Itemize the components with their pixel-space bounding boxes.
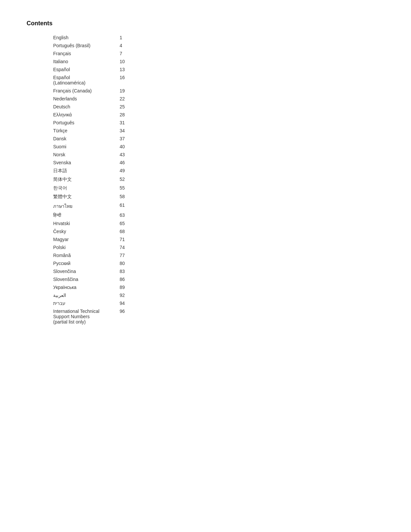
toc-row: Slovenščina86 xyxy=(27,275,206,283)
toc-label: עברית xyxy=(27,301,100,306)
toc-row: Nederlands22 xyxy=(27,95,206,103)
toc-page: 43 xyxy=(100,152,125,157)
toc-row: Español13 xyxy=(27,66,206,73)
toc-page: 71 xyxy=(100,237,125,242)
toc-label: Română xyxy=(27,253,100,258)
toc-page: 92 xyxy=(100,293,125,298)
toc-row: Français7 xyxy=(27,50,206,58)
toc-label: International Technical Support Numbers … xyxy=(27,309,100,325)
toc-label: Nederlands xyxy=(27,96,100,101)
toc-row: Français (Canada)19 xyxy=(27,87,206,95)
toc-row: 简体中文52 xyxy=(27,175,206,184)
toc-page: 22 xyxy=(100,96,125,101)
toc-label: Español (Latinoamérica) xyxy=(27,75,100,85)
toc-page: 52 xyxy=(100,177,125,183)
toc-label: Hrvatski xyxy=(27,221,100,226)
toc-row: International Technical Support Numbers … xyxy=(27,307,206,326)
toc-row: Română77 xyxy=(27,251,206,259)
toc-row: हिन्दी63 xyxy=(27,211,206,219)
toc-label: Česky xyxy=(27,229,100,234)
toc-label: Italiano xyxy=(27,59,100,64)
toc-label: 简体中文 xyxy=(27,177,100,183)
toc-page: 7 xyxy=(100,51,122,56)
toc-label: Suomi xyxy=(27,144,100,149)
toc-label: Français xyxy=(27,51,100,56)
toc-page: 46 xyxy=(100,160,125,165)
toc-page: 80 xyxy=(100,261,125,266)
toc-row: English1 xyxy=(27,34,206,42)
toc-row: 繁體中文58 xyxy=(27,193,206,201)
toc-row: Español (Latinoamérica)16 xyxy=(27,73,206,87)
toc-page: 89 xyxy=(100,285,125,290)
toc-label: Türkçe xyxy=(27,128,100,133)
toc-row: Suomi40 xyxy=(27,143,206,151)
toc-page: 13 xyxy=(100,67,125,72)
toc-row: Ελληνικά28 xyxy=(27,111,206,119)
toc-row: עברית94 xyxy=(27,299,206,307)
toc-label: Svenska xyxy=(27,160,100,165)
toc-label: Français (Canada) xyxy=(27,88,100,93)
toc-row: Magyar71 xyxy=(27,235,206,243)
toc-label: Português xyxy=(27,120,100,125)
toc-row: Hrvatski65 xyxy=(27,219,206,227)
toc-page: 16 xyxy=(100,75,125,85)
toc-label: English xyxy=(27,35,100,40)
toc-page: 83 xyxy=(100,269,125,274)
toc-page: 77 xyxy=(100,253,125,258)
toc-row: Norsk43 xyxy=(27,151,206,159)
toc-label: Polski xyxy=(27,245,100,250)
toc-page: 68 xyxy=(100,229,125,234)
toc-row: 한국어55 xyxy=(27,184,206,193)
toc-page: 10 xyxy=(100,59,125,64)
toc-row: Türkçe34 xyxy=(27,127,206,135)
toc-label: Português (Brasil) xyxy=(27,43,100,48)
toc-row: Italiano10 xyxy=(27,58,206,66)
toc-label: Українська xyxy=(27,285,100,290)
toc-page: 28 xyxy=(100,112,125,117)
toc-page: 61 xyxy=(100,202,125,210)
toc-label: 繁體中文 xyxy=(27,194,100,200)
contents-title: Contents xyxy=(27,20,206,27)
toc-label: Slovenščina xyxy=(27,277,100,282)
toc-label: हिन्दी xyxy=(27,212,100,218)
toc-label: العربية xyxy=(27,293,100,298)
toc-row: العربية92 xyxy=(27,291,206,299)
toc-page: 65 xyxy=(100,221,125,226)
toc-page: 74 xyxy=(100,245,125,250)
toc-row: ภาษาไทย61 xyxy=(27,201,206,211)
toc-label: Deutsch xyxy=(27,104,100,109)
toc-label: Ελληνικά xyxy=(27,112,100,117)
toc-page: 4 xyxy=(100,43,122,48)
toc-page: 58 xyxy=(100,194,125,200)
toc-page: 63 xyxy=(100,212,125,218)
toc-row: Polski74 xyxy=(27,243,206,251)
toc-page: 31 xyxy=(100,120,125,125)
toc-page: 25 xyxy=(100,104,125,109)
toc-page: 40 xyxy=(100,144,125,149)
toc-page: 37 xyxy=(100,136,125,141)
toc-label: Magyar xyxy=(27,237,100,242)
toc-page: 55 xyxy=(100,185,125,191)
toc-row: Русский80 xyxy=(27,259,206,267)
toc-page: 34 xyxy=(100,128,125,133)
toc-page: 1 xyxy=(100,35,122,40)
toc-row: Português31 xyxy=(27,119,206,127)
toc-row: Українська89 xyxy=(27,283,206,291)
toc-row: Português (Brasil)4 xyxy=(27,42,206,50)
toc-row: Slovenčina83 xyxy=(27,267,206,275)
toc-page: 19 xyxy=(100,88,125,93)
toc-row: Svenska46 xyxy=(27,159,206,167)
toc-page: 94 xyxy=(100,301,125,306)
toc-page: 96 xyxy=(100,309,125,325)
toc-page: 86 xyxy=(100,277,125,282)
toc-page: 49 xyxy=(100,168,125,174)
toc-row: Dansk37 xyxy=(27,135,206,143)
toc-label: Norsk xyxy=(27,152,100,157)
toc-row: Deutsch25 xyxy=(27,103,206,111)
toc-label: 한국어 xyxy=(27,185,100,191)
toc-label: Slovenčina xyxy=(27,269,100,274)
toc-label: 日本語 xyxy=(27,168,100,174)
toc-label: ภาษาไทย xyxy=(27,202,100,210)
toc-row: Česky68 xyxy=(27,227,206,235)
toc-label: Español xyxy=(27,67,100,72)
